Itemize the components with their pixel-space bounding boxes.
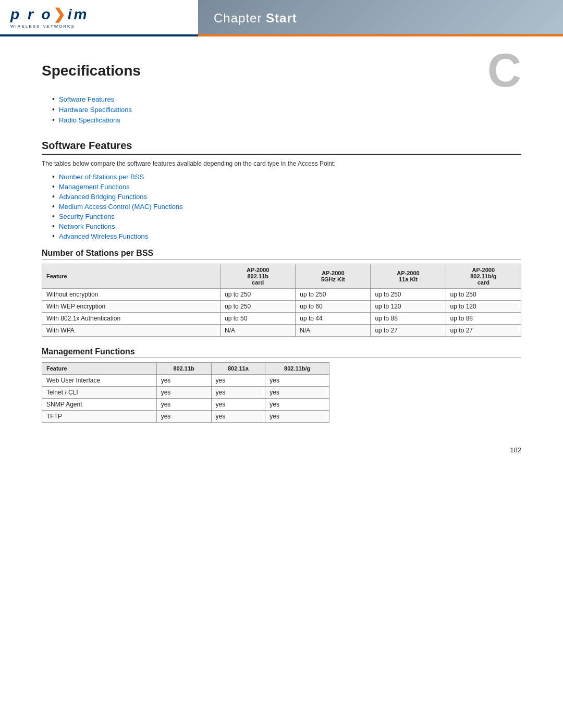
mgmt-row3-col4: yes [265,399,329,411]
logo-arrow: ❯ [53,6,67,23]
stations-table-header-row: Feature AP-2000802.11bcard AP-20005GHz K… [42,264,521,289]
table-row: With WPA N/A N/A up to 27 up to 27 [42,325,521,337]
mgmt-col-b: 802.11b [156,363,211,375]
row2-col3: up to 60 [296,301,371,313]
row4-col4: up to 27 [371,325,446,337]
page-title: Specifications [42,63,521,79]
mgmt-row4-col4: yes [265,411,329,423]
row1-col5: up to 250 [446,289,521,301]
management-table: Feature 802.11b 802.11a 802.11b/g Web Us… [42,362,329,423]
toc-link-software-features[interactable]: Software Features [59,95,114,103]
management-table-heading: Management Functions [42,347,521,358]
stations-table: Feature AP-2000802.11bcard AP-20005GHz K… [42,264,521,337]
sub-link-item-7[interactable]: Advanced Wireless Functions [52,232,521,240]
management-header-row: Feature 802.11b 802.11a 802.11b/g [42,363,329,375]
row2-col5: up to 120 [446,301,521,313]
row1-col3: up to 250 [296,289,371,301]
sub-link-network[interactable]: Network Functions [59,223,115,230]
row4-feature: With WPA [42,325,221,337]
stations-col-ap2000-b: AP-2000802.11bcard [221,264,296,289]
row4-col2: N/A [221,325,296,337]
mgmt-row2-col4: yes [265,387,329,399]
table-row: TFTP yes yes yes [42,411,329,423]
table-row: Without encryption up to 250 up to 250 u… [42,289,521,301]
row2-col4: up to 120 [371,301,446,313]
sub-link-item-2[interactable]: Management Functions [52,182,521,191]
mgmt-row3-feature: SNMP Agent [42,399,157,411]
software-features-desc: The tables below compare the software fe… [42,160,521,167]
mgmt-row4-col2: yes [156,411,211,423]
stations-table-heading: Number of Stations per BSS [42,249,521,260]
main-content: C Specifications Software Features Hardw… [0,36,563,464]
software-features-heading: Software Features [42,140,521,155]
mgmt-row1-col2: yes [156,375,211,387]
table-row: With 802.1x Authentication up to 50 up t… [42,313,521,325]
sub-link-mac[interactable]: Medium Access Control (MAC) Functions [59,203,183,211]
row1-feature: Without encryption [42,289,221,301]
logo-block: p r o ❯ im WIRELESS NETWORKS [10,6,89,29]
toc-item-3[interactable]: Radio Specifications [52,116,521,124]
mgmt-row3-col3: yes [211,399,265,411]
stations-col-feature: Feature [42,264,221,289]
stations-col-ap2000-11a: AP-200011a Kit [371,264,446,289]
table-row: Web User Interface yes yes yes [42,375,329,387]
sub-link-bridging[interactable]: Advanced Bridging Functions [59,193,147,201]
sub-link-security[interactable]: Security Functions [59,213,115,220]
sub-link-item-4[interactable]: Medium Access Control (MAC) Functions [52,202,521,211]
mgmt-row2-col2: yes [156,387,211,399]
row2-feature: With WEP encryption [42,301,221,313]
logo-area: p r o ❯ im WIRELESS NETWORKS [0,0,198,36]
toc-link-hardware-specs[interactable]: Hardware Specifications [59,106,132,114]
table-row: With WEP encryption up to 250 up to 60 u… [42,301,521,313]
sub-link-wireless[interactable]: Advanced Wireless Functions [59,232,148,240]
row3-col3: up to 44 [296,313,371,325]
toc-item-1[interactable]: Software Features [52,95,521,103]
table-row: SNMP Agent yes yes yes [42,399,329,411]
sub-links-list: Number of Stations per BSS Management Fu… [42,172,521,240]
sub-link-stations[interactable]: Number of Stations per BSS [59,173,144,181]
row3-feature: With 802.1x Authentication [42,313,221,325]
mgmt-col-a: 802.11a [211,363,265,375]
mgmt-row4-feature: TFTP [42,411,157,423]
stations-col-ap2000-bg: AP-2000802.11b/gcard [446,264,521,289]
table-row: Telnet / CLI yes yes yes [42,387,329,399]
toc-link-radio-specs[interactable]: Radio Specifications [59,116,120,124]
row3-col4: up to 88 [371,313,446,325]
row1-col4: up to 250 [371,289,446,301]
mgmt-row4-col3: yes [211,411,265,423]
sub-link-item-3[interactable]: Advanced Bridging Functions [52,192,521,201]
mgmt-col-feature: Feature [42,363,157,375]
row4-col5: up to 27 [446,325,521,337]
row3-col2: up to 50 [221,313,296,325]
row1-col2: up to 250 [221,289,296,301]
chapter-title: Chapter Start [214,11,297,26]
mgmt-row3-col2: yes [156,399,211,411]
mgmt-col-bg: 802.11b/g [265,363,329,375]
mgmt-row1-feature: Web User Interface [42,375,157,387]
chapter-banner: Chapter Start [198,0,563,36]
chapter-letter: C [487,47,521,94]
mgmt-row1-col4: yes [265,375,329,387]
row4-col3: N/A [296,325,371,337]
page-header: p r o ❯ im WIRELESS NETWORKS Chapter Sta… [0,0,563,36]
row3-col5: up to 88 [446,313,521,325]
sub-link-item-5[interactable]: Security Functions [52,212,521,220]
toc-item-2[interactable]: Hardware Specifications [52,105,521,114]
toc-list: Software Features Hardware Specification… [42,95,521,124]
logo-text: p r o ❯ im [10,6,89,23]
sub-link-management[interactable]: Management Functions [59,183,130,191]
sub-link-item-6[interactable]: Network Functions [52,222,521,230]
page-number: 182 [510,446,521,454]
mgmt-row1-col3: yes [211,375,265,387]
logo-sub: WIRELESS NETWORKS [10,24,89,29]
stations-col-ap2000-5ghz: AP-20005GHz Kit [296,264,371,289]
mgmt-row2-col3: yes [211,387,265,399]
sub-link-item-1[interactable]: Number of Stations per BSS [52,172,521,181]
row2-col2: up to 250 [221,301,296,313]
logo-im: im [68,6,89,23]
logo-p: p r o [10,6,53,23]
mgmt-row2-feature: Telnet / CLI [42,387,157,399]
